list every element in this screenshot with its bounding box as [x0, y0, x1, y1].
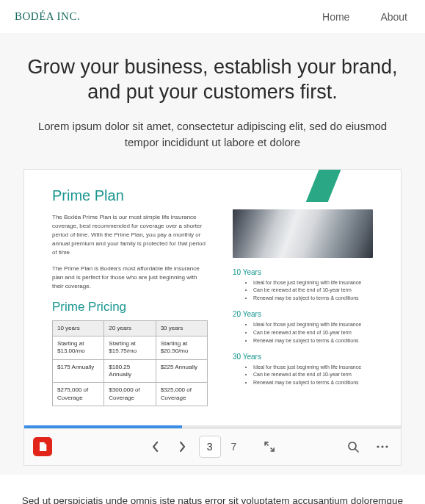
table-cell: $225 Annually — [156, 359, 207, 383]
prev-page-button[interactable] — [146, 437, 165, 456]
bullet-item: Can be renewed at the end of 10-year ter… — [253, 371, 373, 379]
svg-point-4 — [385, 445, 388, 447]
year-heading-10: 10 Years — [233, 268, 373, 276]
page-total: 7 — [228, 441, 240, 453]
right-controls — [344, 437, 392, 456]
svg-line-1 — [355, 449, 358, 452]
table-header: 10 years — [53, 320, 104, 336]
bullet-list: Ideal for those just beginning with life… — [233, 279, 373, 303]
nav-about[interactable]: About — [380, 11, 407, 23]
bullet-item: Ideal for those just beginning with life… — [253, 279, 373, 287]
hero-subhead: Lorem ipsum dolor sit amet, consectetur … — [15, 118, 410, 151]
nav-home[interactable]: Home — [322, 11, 349, 23]
more-options-button[interactable] — [373, 437, 392, 456]
footer-text: Sed ut perspiciatis unde omnis iste natu… — [0, 475, 425, 505]
table-cell: Starting at $20.50/mo — [156, 336, 207, 359]
bullet-item: Renewal may be subject to terms & condit… — [253, 379, 373, 387]
table-cell: $180.25 Annually — [104, 359, 156, 383]
svg-point-2 — [377, 445, 379, 447]
year-heading-30: 30 Years — [233, 353, 373, 361]
intro-paragraph-2: The Prime Plan is Bodéa's most affordabl… — [52, 264, 208, 291]
next-page-button[interactable] — [172, 437, 192, 456]
bullet-item: Ideal for those just beginning with life… — [253, 364, 373, 372]
nav-links: Home About — [322, 11, 407, 23]
hero-section: Grow your business, establish your brand… — [0, 33, 425, 475]
bullet-list: Ideal for those just beginning with life… — [233, 364, 373, 388]
pdf-page[interactable]: Prime Plan The Bodéa Prime Plan is our m… — [24, 170, 401, 425]
bullet-item: Can be renewed at the end of 10-year ter… — [253, 329, 373, 337]
page-number-input[interactable] — [199, 436, 221, 458]
table-row: $175 Annually $180.25 Annually $225 Annu… — [53, 359, 208, 383]
table-cell: Starting at $15.75/mo — [104, 336, 156, 359]
search-button[interactable] — [344, 437, 363, 456]
table-cell: $300,000 of Coverage — [104, 383, 156, 406]
pdf-toolbar: 7 — [24, 428, 401, 465]
adobe-pdf-icon[interactable] — [33, 437, 52, 456]
fullscreen-button[interactable] — [260, 437, 279, 456]
table-header: 30 years — [156, 320, 207, 336]
table-header: 20 years — [104, 320, 156, 336]
plan-title: Prime Plan — [52, 187, 208, 204]
pdf-viewer: Prime Plan The Bodéa Prime Plan is our m… — [23, 169, 402, 466]
right-column: 10 Years Ideal for those just beginning … — [233, 187, 373, 407]
bullet-item: Can be renewed at the end of 10-year ter… — [253, 287, 373, 295]
hero-photo — [233, 209, 373, 258]
brand-logo: BODÉA INC. — [15, 10, 80, 23]
bullet-item: Renewal may be subject to terms & condit… — [253, 337, 373, 345]
table-header-row: 10 years 20 years 30 years — [53, 320, 208, 336]
pricing-title: Prime Pricing — [52, 300, 208, 314]
bullet-item: Renewal may be subject to terms & condit… — [253, 295, 373, 303]
page-controls: 7 — [146, 436, 280, 458]
svg-point-3 — [381, 445, 383, 447]
pricing-table: 10 years 20 years 30 years Starting at $… — [52, 320, 208, 407]
intro-paragraph-1: The Bodéa Prime Plan is our most simple … — [52, 213, 208, 257]
table-cell: $325,000 of Coverage — [156, 383, 207, 406]
bullet-list: Ideal for those just beginning with life… — [233, 321, 373, 345]
table-cell: $175 Annually — [53, 359, 104, 383]
table-row: $275,000 of Coverage $300,000 of Coverag… — [53, 383, 208, 406]
table-cell: Starting at $13.00/mo — [53, 336, 104, 359]
hero-headline: Grow your business, establish your brand… — [15, 55, 410, 105]
bullet-item: Ideal for those just beginning with life… — [253, 321, 373, 329]
table-row: Starting at $13.00/mo Starting at $15.75… — [53, 336, 208, 359]
year-heading-20: 20 Years — [233, 310, 373, 318]
left-column: Prime Plan The Bodéa Prime Plan is our m… — [52, 187, 208, 407]
top-bar: BODÉA INC. Home About — [0, 0, 425, 33]
table-cell: $275,000 of Coverage — [53, 383, 104, 406]
